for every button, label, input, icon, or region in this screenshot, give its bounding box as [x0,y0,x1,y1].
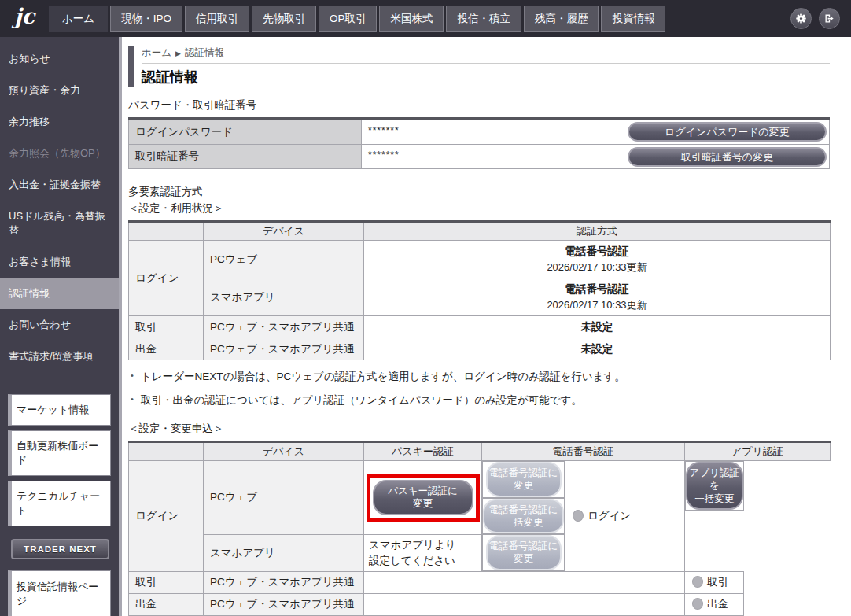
change-to-phone-auth-pcweb-button[interactable]: 電話番号認証に 変更 [486,462,562,497]
change-app-passkey-cell: スマホアプリより 設定してください [364,534,482,571]
mfa-change-table: デバイス パスキー認証 電話番号認証 アプリ認証 ログイン PCウェブ パスキー… [128,441,831,616]
logout-button[interactable] [819,8,840,29]
logout-icon [823,13,835,24]
sidebar-item-customer-info[interactable]: お客さま情報 [0,246,119,278]
table-row: ログインパスワード ******* ログインパスワードの変更 [128,120,830,144]
mfa-notes: トレーダーNEXTの場合は、PCウェブの認証方式を適用しますが、ログイン時のみ認… [128,370,830,408]
tab-funds[interactable]: 投信・積立 [446,6,521,32]
change-pcweb-phone-cell: 電話番号認証に 変更 [482,461,565,498]
status-app-method-cell: 電話番号認証 2026/02/17 10:33更新 [364,278,831,316]
status-login-label: ログイン [129,241,204,316]
sidebar-item-auth-info[interactable]: 認証情報 [0,278,119,309]
table-row: スマホアプリ 電話番号認証 2026/02/17 10:33更新 [129,278,831,316]
status-header-method: 認証方式 [364,222,831,241]
link-technical-chart[interactable]: テクニカルチャート [8,481,111,526]
table-header-row: デバイス 認証方式 [129,222,831,241]
sidebar-item-assets[interactable]: 預り資産・余力 [0,75,119,106]
tab-margin[interactable]: 信用取引 [185,6,249,32]
mfa-change-heading: ＜設定・変更申込＞ [128,422,830,436]
sidebar: お知らせ 預り資産・余力 余力推移 余力照会（先物OP） 入出金・証拠金振替 U… [0,37,122,616]
status-withdraw-method: 未設定 [364,338,831,360]
status-withdraw-label: 出金 [129,338,204,360]
change-withdraw-empty-cell [364,593,685,615]
tab-us-stocks[interactable]: 米国株式 [379,6,444,32]
passkey-note-line: スマホアプリより [369,537,481,553]
table-header-row: デバイス パスキー認証 電話番号認証 アプリ認証 [129,442,831,461]
password-table: ログインパスワード ******* ログインパスワードの変更 取引暗証番号 **… [128,117,830,169]
trader-next-button[interactable]: TRADER NEXT [11,539,109,559]
status-trade-label: 取引 [129,316,204,338]
login-password-value: ******* [368,125,400,136]
mfa-status-table: デバイス 認証方式 ログイン PCウェブ 電話番号認証 2026/02/17 1… [128,220,831,360]
change-header-empty [129,442,204,461]
phone-auth-bulk-change-button[interactable]: 電話番号認証に 一括変更 [483,499,564,534]
status-trade-device: PCウェブ・スマホアプリ共通 [204,316,364,338]
status-app-updated: 2026/02/17 10:33更新 [364,298,830,312]
change-trade-pin-button[interactable]: 取引暗証番号の変更 [628,147,827,167]
table-row: 取引 PCウェブ・スマホアプリ共通 取引 [129,571,831,593]
button-label-line: 変更 [514,553,533,564]
table-row: スマホアプリ スマホアプリより 設定してください 電話番号認証に 変更 [129,534,831,571]
link-fund-info-page[interactable]: 投資信託情報ページ [8,570,111,616]
sidebar-item-margin-inquiry: 余力照会（先物OP） [0,138,119,169]
change-login-password-button[interactable]: ログインパスワードの変更 [628,122,827,142]
change-pcweb-label: PCウェブ [204,461,364,535]
change-header-passkey: パスキー認証 [364,442,482,461]
breadcrumb-separator: ▶ [175,50,181,57]
tab-cash-ipo[interactable]: 現物・IPO [110,6,182,32]
tab-home[interactable]: ホーム [49,6,108,32]
top-navigation: jc ホーム 現物・IPO 信用取引 先物取引 OP取引 米国株式 投信・積立 … [0,0,851,37]
app-auth-login-option: ログイン [565,461,685,572]
tab-balance-history[interactable]: 残高・履歴 [524,6,599,32]
trade-pin-value: ******* [368,149,400,160]
sidebar-item-deposit[interactable]: 入出金・証拠金振替 [0,169,119,201]
mfa-note-2: 取引・出金の認証については、アプリ認証（ワンタイムパスワード）のみ設定が可能です… [128,393,830,408]
breadcrumb-home-link[interactable]: ホーム [142,47,171,58]
status-header-empty [129,222,204,241]
status-pcweb-method: 電話番号認証 [364,245,830,259]
radio-login-indicator[interactable] [573,510,584,522]
button-label-line: 一括変更 [504,517,543,528]
app-window: jc ホーム 現物・IPO 信用取引 先物取引 OP取引 米国株式 投信・積立 … [0,0,851,616]
breadcrumb: ホーム▶認証情報 [142,46,830,64]
brand-logo: jc [0,6,49,31]
table-row: 出金 PCウェブ・スマホアプリ共通 未設定 [129,338,831,360]
sidebar-quick-links: マーケット情報 自動更新株価ボード テクニカルチャート TRADER NEXT … [0,394,119,616]
settings-button[interactable] [790,8,812,29]
sidebar-item-usd-balance[interactable]: USドル残高・為替振替 [0,201,119,246]
button-label-line: 一括変更 [694,493,734,504]
radio-withdraw-label: 出金 [707,598,728,610]
button-label-line: アプリ認証を [690,467,739,491]
button-label-line: 電話番号認証に [489,467,558,478]
mfa-section-heading: 多要素認証方式 [128,185,830,199]
link-auto-stock-board[interactable]: 自動更新株価ボード [8,430,111,476]
table-row: ログイン PCウェブ パスキー認証に 変更 [129,461,831,535]
sidebar-item-forms[interactable]: 書式請求/留意事項 [0,341,119,372]
change-trade-device: PCウェブ・スマホアプリ共通 [204,571,364,593]
status-pcweb-updated: 2026/02/17 10:33更新 [364,260,830,275]
link-market-info[interactable]: マーケット情報 [8,394,111,426]
breadcrumb-current-link[interactable]: 認証情報 [185,47,224,58]
radio-withdraw-indicator[interactable] [692,598,703,610]
change-login-label: ログイン [129,461,204,572]
change-to-phone-auth-app-button[interactable]: 電話番号認証に 変更 [486,535,562,570]
status-app-method: 電話番号認証 [364,282,830,297]
sidebar-item-contact[interactable]: お問い合わせ [0,309,119,341]
tab-investment-info[interactable]: 投資情報 [601,6,665,32]
button-label-line: 電話番号認証に [489,540,558,551]
table-row: 取引暗証番号 ******* 取引暗証番号の変更 [128,144,830,168]
radio-trade-indicator[interactable] [692,576,703,588]
sidebar-item-margin-trend[interactable]: 余力推移 [0,106,119,138]
button-label-line: 電話番号認証に [489,504,558,515]
change-app-phone-cell: 電話番号認証に 変更 [482,534,565,571]
sidebar-item-news[interactable]: お知らせ [0,43,119,75]
gear-icon [795,13,807,24]
mfa-status-heading: ＜設定・利用状況＞ [128,201,830,216]
login-password-cell: ******* ログインパスワードの変更 [362,120,829,144]
app-auth-bulk-change-button[interactable]: アプリ認証を 一括変更 [686,462,743,510]
tab-options[interactable]: OP取引 [319,6,378,32]
status-header-device: デバイス [204,222,364,241]
tab-futures[interactable]: 先物取引 [252,6,316,32]
change-to-passkey-button[interactable]: パスキー認証に 変更 [373,480,473,515]
button-label-line: 変更 [514,480,533,491]
